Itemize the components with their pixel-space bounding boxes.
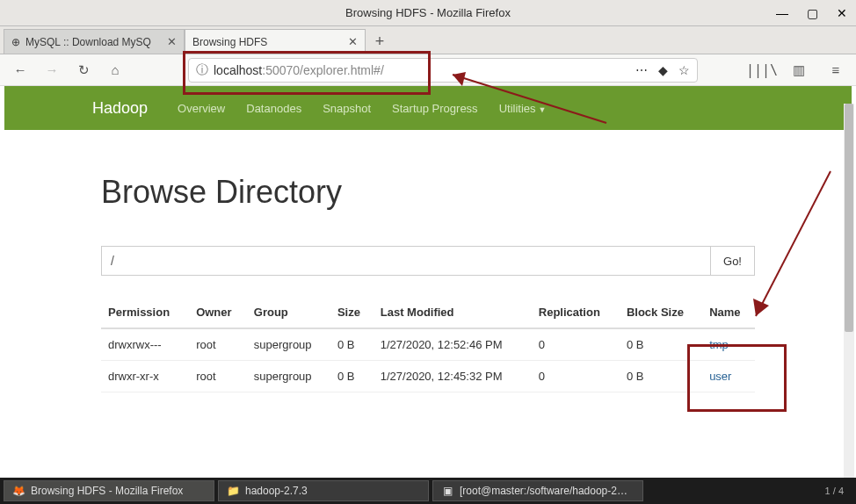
home-button[interactable]: ⌂ (104, 59, 127, 82)
chevron-down-icon: ▼ (539, 105, 547, 114)
col-last-modified: Last Modified (374, 297, 532, 328)
col-group: Group (247, 297, 330, 328)
close-window-button[interactable]: ✕ (835, 6, 849, 20)
cell-permission: drwxrwx--- (101, 328, 189, 361)
desktop-taskbar: 🦊 Browsing HDFS - Mozilla Firefox 📁 hado… (0, 478, 856, 504)
maximize-button[interactable]: ▢ (805, 6, 819, 20)
url-host: localhost (214, 63, 262, 77)
scrollbar-track[interactable] (844, 104, 854, 478)
forward-button[interactable]: → (40, 59, 63, 82)
table-row: drwxrwx--- root supergroup 0 B 1/27/2020… (101, 328, 755, 361)
cell-blocksize: 0 B (620, 361, 702, 392)
col-name: Name (702, 297, 755, 328)
window-controls: — ▢ ✕ (775, 6, 849, 20)
col-size: Size (330, 297, 374, 328)
new-tab-button[interactable]: + (366, 29, 394, 54)
window-title: Browsing HDFS - Mozilla Firefox (345, 6, 511, 19)
col-permission: Permission (101, 297, 189, 328)
workspace-indicator[interactable]: 1 / 4 (825, 486, 852, 496)
more-icon[interactable]: ⋯ (635, 63, 648, 77)
col-owner: Owner (189, 297, 247, 328)
sidebar-icon[interactable]: ▥ (787, 59, 810, 82)
cell-group: supergroup (247, 328, 330, 361)
table-header-row: Permission Owner Group Size Last Modifie… (101, 297, 755, 328)
close-icon[interactable]: ✕ (167, 35, 177, 48)
hadoop-brand[interactable]: Hadoop (92, 99, 148, 118)
go-button[interactable]: Go! (711, 246, 755, 276)
taskbar-label: Browsing HDFS - Mozilla Firefox (31, 485, 183, 497)
cell-blocksize: 0 B (620, 328, 702, 361)
tab-favicon-mysql: ⊕ (11, 36, 20, 48)
reload-button[interactable]: ↻ (72, 59, 95, 82)
nav-snapshot[interactable]: Snapshot (323, 102, 371, 115)
cell-owner: root (189, 361, 247, 392)
back-button[interactable]: ← (9, 59, 32, 82)
taskbar-label: hadoop-2.7.3 (245, 485, 308, 497)
scrollbar-thumb[interactable] (845, 104, 853, 332)
nav-utilities[interactable]: Utilities▼ (499, 102, 547, 115)
taskbar-item[interactable]: 🦊 Browsing HDFS - Mozilla Firefox (4, 480, 214, 501)
tab-strip: ⊕ MySQL :: Download MySQ ✕ Browsing HDFS… (0, 26, 856, 54)
cell-modified: 1/27/2020, 12:52:46 PM (374, 328, 532, 361)
terminal-icon: ▣ (440, 484, 454, 498)
url-bar[interactable]: ⓘ localhost:50070/explorer.html#/ ⋯ ◆ ☆ (188, 58, 698, 83)
dir-link[interactable]: tmp (709, 338, 729, 351)
urlbar-actions: ⋯ ◆ ☆ (635, 63, 690, 77)
page-body: Browse Directory Go! Permission Owner Gr… (0, 130, 856, 428)
nav-overview[interactable]: Overview (178, 102, 225, 115)
browser-navbar: ← → ↻ ⌂ ⓘ localhost:50070/explorer.html#… (0, 54, 856, 86)
cell-permission: drwxr-xr-x (101, 361, 189, 392)
hadoop-navbar: Hadoop Overview Datanodes Snapshot Start… (4, 86, 852, 130)
page-viewport: Hadoop Overview Datanodes Snapshot Start… (0, 86, 856, 478)
dir-link[interactable]: user (709, 370, 731, 383)
taskbar-label: [root@master:/software/hadoop-2… (460, 485, 627, 497)
browser-tab[interactable]: ⊕ MySQL :: Download MySQ ✕ (4, 29, 185, 54)
directory-table: Permission Owner Group Size Last Modifie… (101, 297, 755, 392)
cell-size: 0 B (330, 328, 374, 361)
bookmark-star-icon[interactable]: ☆ (678, 63, 690, 77)
minimize-button[interactable]: — (775, 6, 789, 20)
taskbar-item[interactable]: ▣ [root@master:/software/hadoop-2… (432, 480, 643, 501)
taskbar-item[interactable]: 📁 hadoop-2.7.3 (218, 480, 429, 501)
folder-icon: 📁 (226, 484, 240, 498)
cell-replication: 0 (532, 328, 620, 361)
tab-label: MySQL :: Download MySQ (25, 36, 162, 48)
path-row: Go! (101, 246, 755, 276)
library-icon[interactable]: |||\ (751, 59, 773, 82)
menu-icon[interactable]: ≡ (824, 59, 847, 82)
nav-datanodes[interactable]: Datanodes (246, 102, 301, 115)
tab-label: Browsing HDFS (192, 36, 343, 48)
cell-group: supergroup (247, 361, 330, 392)
col-block-size: Block Size (620, 297, 702, 328)
col-replication: Replication (532, 297, 620, 328)
cell-owner: root (189, 328, 247, 361)
page-title: Browse Directory (101, 174, 755, 211)
table-row: drwxr-xr-x root supergroup 0 B 1/27/2020… (101, 361, 755, 392)
nav-startup-progress[interactable]: Startup Progress (392, 102, 478, 115)
reader-icon[interactable]: ◆ (658, 63, 668, 77)
firefox-icon: 🦊 (11, 484, 25, 498)
cell-modified: 1/27/2020, 12:45:32 PM (374, 361, 532, 392)
close-icon[interactable]: ✕ (348, 35, 358, 48)
path-input[interactable] (101, 246, 711, 276)
url-path: :50070/explorer.html#/ (262, 63, 384, 77)
cell-replication: 0 (532, 361, 620, 392)
cell-size: 0 B (330, 361, 374, 392)
window-titlebar: Browsing HDFS - Mozilla Firefox — ▢ ✕ (0, 0, 856, 26)
browser-tab[interactable]: Browsing HDFS ✕ (185, 29, 366, 54)
info-icon[interactable]: ⓘ (196, 62, 208, 78)
